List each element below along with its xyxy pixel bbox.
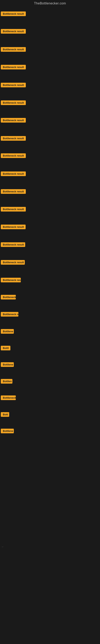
result-row-9: Bottleneck result: [1, 153, 26, 159]
result-row-19: Bottlene: [1, 329, 14, 334]
result-row-23: Bottleneck: [1, 396, 16, 401]
result-row-21: Bottlene: [1, 362, 14, 368]
bottleneck-badge-12[interactable]: Bottleneck result: [1, 207, 26, 212]
result-row-13: Bottleneck result: [1, 224, 26, 230]
result-row-14: Bottleneck result: [1, 242, 25, 248]
result-row-16: Bottleneck res: [1, 278, 21, 283]
result-row-4: Bottleneck result: [1, 65, 26, 70]
bottleneck-badge-5[interactable]: Bottleneck result: [1, 83, 26, 87]
bottleneck-badge-24[interactable]: Bott: [1, 412, 9, 417]
result-row-6: Bottleneck result: [1, 100, 26, 106]
bottleneck-badge-7[interactable]: Bottleneck result: [1, 118, 26, 122]
bottleneck-badge-25[interactable]: Bottlene: [1, 429, 14, 433]
bottleneck-badge-18[interactable]: Bottleneck re: [1, 312, 18, 316]
bottleneck-badge-13[interactable]: Bottleneck result: [1, 224, 26, 229]
result-row-20: Bottl: [1, 346, 10, 351]
result-row-12: Bottleneck result: [1, 207, 26, 212]
ellipsis-label: ...: [1, 544, 4, 549]
bottleneck-badge-6[interactable]: Bottleneck result: [1, 100, 26, 105]
result-row-17: Bottleneck: [1, 295, 16, 300]
bottleneck-badge-21[interactable]: Bottlene: [1, 362, 14, 367]
bottleneck-badge-20[interactable]: Bottl: [1, 346, 10, 350]
site-title: TheBottlenecker.com: [0, 0, 100, 6]
bottleneck-badge-11[interactable]: Bottleneck result: [1, 189, 26, 194]
result-row-22: Bottlen: [1, 379, 12, 384]
bottleneck-badge-16[interactable]: Bottleneck res: [1, 278, 21, 282]
result-row-10: Bottleneck result: [1, 172, 26, 177]
bottleneck-badge-15[interactable]: Bottleneck result: [1, 260, 25, 265]
result-row-8: Bottleneck result: [1, 136, 26, 142]
bottleneck-badge-3[interactable]: Bottleneck result: [1, 47, 26, 52]
bottleneck-badge-2[interactable]: Bottleneck result: [1, 29, 26, 34]
result-row-5: Bottleneck result: [1, 83, 26, 88]
bottleneck-badge-19[interactable]: Bottlene: [1, 329, 14, 334]
result-row-7: Bottleneck result: [1, 118, 26, 123]
bottleneck-badge-9[interactable]: Bottleneck result: [1, 153, 26, 158]
result-row-1: Bottleneck result: [1, 12, 26, 17]
result-row-3: Bottleneck result: [1, 47, 26, 52]
result-row-15: Bottleneck result: [1, 260, 25, 266]
result-row-24: Bott: [1, 412, 9, 418]
bottleneck-badge-8[interactable]: Bottleneck result: [1, 136, 26, 141]
bottleneck-badge-22[interactable]: Bottlen: [1, 379, 12, 384]
result-row-18: Bottleneck re: [1, 312, 18, 317]
bottleneck-badge-17[interactable]: Bottleneck: [1, 295, 16, 300]
result-row-25: Bottlene: [1, 429, 14, 434]
bottleneck-badge-1[interactable]: Bottleneck result: [1, 12, 26, 16]
bottleneck-badge-23[interactable]: Bottleneck: [1, 396, 16, 400]
page-container: TheBottlenecker.com Bottleneck resultBot…: [0, 0, 100, 644]
result-row-11: Bottleneck result: [1, 189, 26, 194]
result-row-2: Bottleneck result: [1, 29, 26, 34]
bottleneck-badge-10[interactable]: Bottleneck result: [1, 172, 26, 176]
bottleneck-badge-4[interactable]: Bottleneck result: [1, 65, 26, 70]
bottleneck-badge-14[interactable]: Bottleneck result: [1, 242, 25, 247]
